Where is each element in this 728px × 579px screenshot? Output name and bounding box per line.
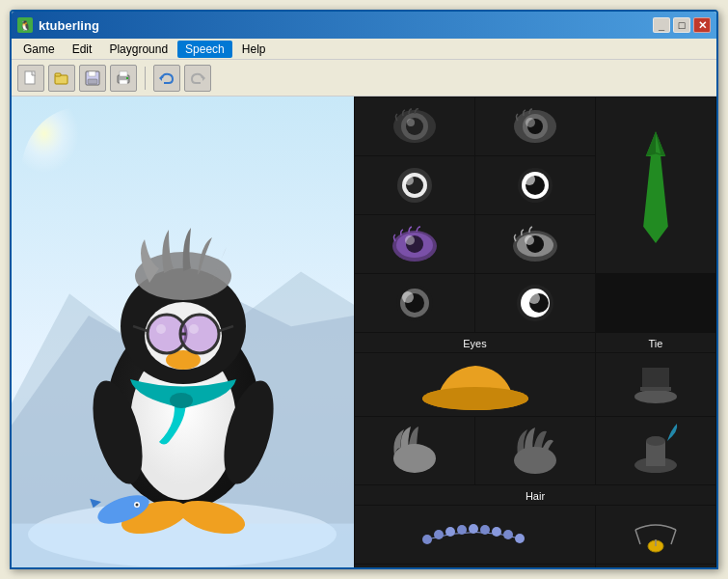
hair-item-1[interactable]: [355, 353, 595, 416]
toolbar: [12, 60, 716, 96]
eye-item-6[interactable]: [475, 215, 595, 273]
menu-speech[interactable]: Speech: [177, 41, 232, 58]
svg-point-84: [422, 535, 432, 544]
eye-item-2[interactable]: [475, 97, 595, 155]
scene-panel: [12, 96, 354, 567]
necklace-item-1[interactable]: [355, 506, 595, 564]
svg-point-86: [445, 527, 455, 537]
svg-marker-11: [202, 75, 205, 81]
svg-point-46: [526, 118, 535, 127]
svg-point-88: [469, 524, 478, 534]
svg-point-90: [492, 527, 501, 537]
menu-help[interactable]: Help: [234, 41, 274, 58]
svg-point-65: [525, 235, 534, 245]
hair-label: Hair: [355, 485, 715, 505]
svg-point-9: [126, 77, 128, 79]
eyes-label: Eyes: [355, 333, 595, 352]
new-button[interactable]: [17, 65, 44, 92]
svg-point-80: [514, 447, 556, 474]
main-window: 🐧 ktuberling _ □ ✕ Game Edit Playground …: [10, 10, 718, 569]
svg-rect-5: [88, 79, 97, 84]
svg-point-91: [503, 530, 513, 539]
svg-rect-4: [89, 71, 95, 76]
svg-rect-7: [120, 71, 127, 76]
app-icon: 🐧: [17, 17, 33, 33]
menu-bar: Game Edit Playground Speech Help: [12, 39, 716, 60]
accessories-panel: Eyes Tie: [354, 96, 716, 567]
hair-item-3[interactable]: [355, 417, 474, 484]
hair-item-4[interactable]: [475, 417, 595, 484]
necklace-item-2[interactable]: [596, 506, 715, 564]
window-title: ktuberling: [39, 18, 99, 33]
svg-point-89: [480, 525, 490, 535]
menu-playground[interactable]: Playground: [101, 41, 175, 58]
svg-point-42: [407, 119, 415, 126]
eye-item-7[interactable]: [355, 274, 474, 332]
svg-point-38: [135, 504, 138, 507]
eye-item-4[interactable]: [475, 156, 595, 214]
svg-point-69: [402, 291, 414, 303]
svg-point-73: [528, 292, 540, 304]
undo-button[interactable]: [153, 65, 180, 92]
maximize-button[interactable]: □: [673, 17, 690, 33]
hair-item-2[interactable]: [596, 353, 715, 416]
menu-edit[interactable]: Edit: [65, 41, 100, 58]
title-bar: 🐧 ktuberling _ □ ✕: [12, 12, 716, 39]
svg-point-85: [434, 530, 444, 539]
svg-point-75: [422, 387, 528, 410]
eye-item-5[interactable]: [355, 215, 474, 273]
tie-item[interactable]: [596, 97, 715, 273]
main-content: Eyes Tie: [12, 96, 716, 567]
svg-marker-10: [159, 75, 162, 81]
eye-item-8[interactable]: [475, 274, 595, 332]
svg-point-50: [404, 176, 414, 185]
svg-point-87: [457, 525, 467, 535]
svg-rect-2: [55, 73, 61, 76]
save-button[interactable]: [79, 65, 106, 92]
open-button[interactable]: [48, 65, 75, 92]
necklace-item-3[interactable]: [355, 565, 595, 567]
hair-item-5[interactable]: [596, 417, 715, 484]
svg-rect-78: [640, 387, 671, 391]
eye-item-3[interactable]: [355, 156, 474, 214]
toolbar-separator: [145, 67, 146, 90]
penguin: [77, 210, 289, 538]
svg-point-54: [524, 174, 535, 185]
svg-point-30: [189, 324, 199, 334]
tie-label: Tie: [596, 333, 715, 352]
svg-rect-8: [120, 80, 127, 84]
svg-point-77: [634, 390, 677, 403]
svg-point-92: [515, 534, 525, 543]
title-bar-left: 🐧 ktuberling: [17, 17, 99, 33]
necklace-item-4[interactable]: [596, 565, 715, 567]
minimize-button[interactable]: _: [653, 17, 670, 33]
redo-button[interactable]: [184, 65, 211, 92]
eye-item-1[interactable]: [355, 97, 474, 155]
menu-game[interactable]: Game: [15, 41, 63, 58]
close-button[interactable]: ✕: [693, 17, 711, 33]
window-controls: _ □ ✕: [653, 17, 711, 33]
print-button[interactable]: [110, 65, 137, 92]
svg-point-31: [170, 393, 193, 408]
svg-point-29: [156, 324, 166, 334]
svg-point-83: [646, 436, 665, 446]
svg-point-79: [393, 444, 436, 473]
svg-point-61: [405, 235, 415, 245]
